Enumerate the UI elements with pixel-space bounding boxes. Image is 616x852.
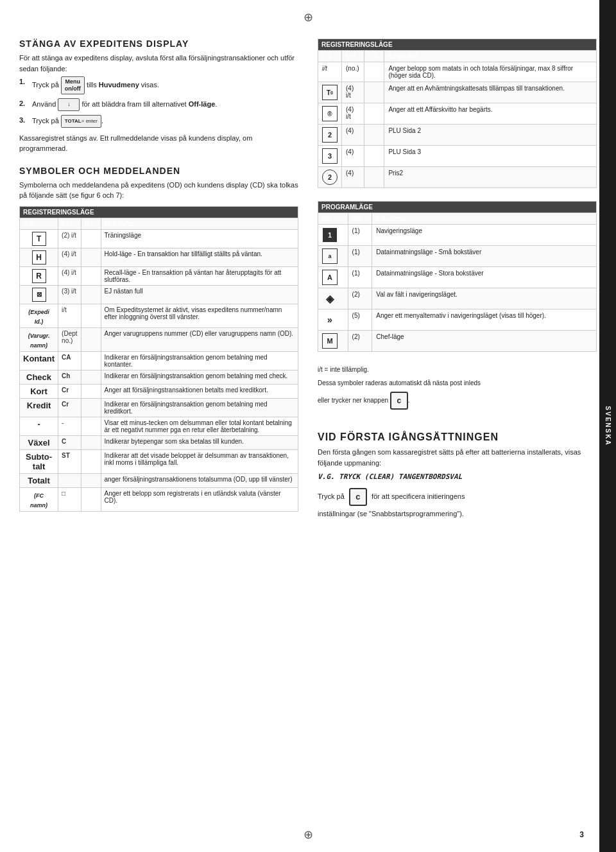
- bety-R: Recall-läge - En transaktion på väntan h…: [101, 266, 298, 285]
- r-cd-rreceipt: [364, 103, 384, 125]
- table-row: i/t (no.) Anger belopp som matats in och…: [318, 62, 597, 82]
- od-check: Check: [20, 370, 58, 384]
- note-3: eller trycker ner knappen c.: [318, 392, 597, 410]
- left-table-header-cell: REGISTRERINGSLÄGE: [20, 206, 298, 218]
- svenska-sidebar: SVENSKA: [599, 0, 616, 852]
- cd-kredit: [81, 398, 101, 417]
- r-col-bety: Betydelse: [384, 51, 597, 62]
- step-3-content: Tryck på TOTAL= enter.: [32, 115, 298, 128]
- col-ref: Ref.: [58, 218, 81, 229]
- step-1-content: Tryck på Menuon/off tills Huvudmeny visa…: [32, 76, 298, 94]
- step-3: 3. Tryck på TOTAL= enter.: [19, 115, 298, 128]
- r-od-plu2: 2: [318, 125, 342, 146]
- p-col-ref: Ref.: [348, 213, 372, 225]
- r-col-od: O.D.: [318, 51, 342, 62]
- left-column: Stänga av expeditens display För att stä…: [19, 39, 298, 826]
- table-row: Kort Cr Anger att försäljningstransaktio…: [20, 384, 298, 398]
- down-arrow-key[interactable]: ↓: [58, 98, 80, 111]
- col-cd: C.D.: [81, 218, 101, 229]
- ref-expedi: i/t: [58, 304, 81, 327]
- table-row: T (2) i/t Träningsläge: [20, 229, 298, 248]
- ref-totalt: [58, 473, 81, 487]
- prog-table: PROGRAMLÄGE OD Ref. Betydelse 1 (1) Navi…: [318, 201, 597, 352]
- note-2: Dessa symboler raderas automatiskt då nä…: [318, 378, 597, 388]
- table-row: ◈ (2) Val av fält i navigeringsläget.: [318, 288, 597, 309]
- step-2-num: 2.: [19, 98, 28, 109]
- after-steps: Kassaregistret stängs av. Ett rullmeddel…: [19, 133, 298, 154]
- step-1: 1. Tryck på Menuon/off tills Huvudmeny v…: [19, 76, 298, 94]
- r-od-it: i/t: [318, 62, 342, 82]
- p-bety-val: Val av fält i navigeringsläget.: [372, 288, 597, 309]
- p-bety-data-large: Datainmatningsläge - Stora bokstäver: [372, 267, 597, 288]
- od-varugr: (Varugr.namn): [20, 327, 58, 351]
- bety-T: Träningsläge: [101, 229, 298, 248]
- table-row: » (5) Anger ett menyalternativ i naviger…: [318, 309, 597, 331]
- bety-EJ: EJ nästan full: [101, 285, 298, 304]
- p-od-nav: 1: [318, 225, 348, 246]
- ref-check: Ch: [58, 370, 81, 384]
- prog-table-col-headers: OD Ref. Betydelse: [318, 213, 597, 225]
- table-row: ® (4) i/t Anger att ett Affärskvitto har…: [318, 103, 597, 125]
- right-column: REGISTRERINGSLÄGE O.D. Ref. C.D. Betydel…: [318, 39, 597, 826]
- c-button-vid[interactable]: c: [349, 488, 367, 506]
- right-reg-table: REGISTRERINGSLÄGE O.D. Ref. C.D. Betydel…: [318, 39, 597, 188]
- od-kredit: Kredit: [20, 398, 58, 417]
- top-decoration: ⊕: [304, 10, 313, 24]
- r-cd-plu2: [364, 125, 384, 146]
- r-ref-it: (no.): [342, 62, 364, 82]
- cd-kort: [81, 384, 101, 398]
- od-minus: -: [20, 417, 58, 435]
- r-bety-t0: Anger att en Avhämtningskattesats tilläm…: [384, 82, 597, 103]
- bety-H: Hold-läge - En transaktion har tillfälli…: [101, 248, 298, 266]
- ref-vaxel: C: [58, 435, 81, 449]
- cd-totalt: [81, 473, 101, 487]
- prog-table-header-cell: PROGRAMLÄGE: [318, 202, 597, 213]
- od-kontant: Kontant: [20, 351, 58, 370]
- section-stanga-intro: För att stänga av expeditens display, av…: [19, 53, 298, 74]
- od-icon-R: R: [20, 266, 58, 285]
- table-row: 2 (4) PLU Sida 2: [318, 125, 597, 146]
- ref-fc: □: [58, 487, 81, 511]
- vid-final: inställningar (se "Snabbstartsprogrammer…: [318, 509, 597, 519]
- bety-kontant: Indikerar en försäljningstransaktion gen…: [101, 351, 298, 370]
- bety-fc: Anger ett belopp som registrerats i en u…: [101, 487, 298, 511]
- od-icon-T: T: [20, 229, 58, 248]
- left-reg-table: REGISTRERINGSLÄGE O.D. Ref. C.D. Betydel…: [19, 206, 298, 512]
- r-od-rreceipt: ®: [318, 103, 342, 125]
- cd-kontant: [81, 351, 101, 370]
- od-vaxel: Växel: [20, 435, 58, 449]
- table-row: R (4) i/t Recall-läge - En transaktion p…: [20, 266, 298, 285]
- r-bety-rreceipt: Anger att ett Affärskvitto har begärts.: [384, 103, 597, 125]
- right-table-header: REGISTRERINGSLÄGE: [318, 39, 597, 51]
- table-row: H (4) i/t Hold-läge - En transaktion har…: [20, 248, 298, 266]
- section-symboler: Symboler och meddelanden Symbolerna och …: [19, 166, 298, 512]
- bety-subtotalt: Indikerar att det visade beloppet är del…: [101, 449, 298, 473]
- table-row: 2 (4) Pris2: [318, 167, 597, 188]
- r-ref-plu2: (4): [342, 125, 364, 146]
- c-button-note[interactable]: c: [390, 392, 408, 410]
- table-row: T0 (4) i/t Anger att en Avhämtningskatte…: [318, 82, 597, 103]
- menu-key[interactable]: Menuon/off: [61, 76, 85, 94]
- r-ref-t0: (4) i/t: [342, 82, 364, 103]
- p-od-data-small: a: [318, 246, 348, 267]
- table-row: Subto-talt ST Indikerar att det visade b…: [20, 449, 298, 473]
- notes-section: i/t = inte tillämplig. Dessa symboler ra…: [318, 365, 597, 413]
- table-row: Kredit Cr Indikerar en försäljningstrans…: [20, 398, 298, 417]
- p-ref-val: (2): [348, 288, 372, 309]
- table-row: 1 (1) Navigeringsläge: [318, 225, 597, 246]
- ref-EJ: (3) i/t: [58, 285, 81, 304]
- p-od-val: ◈: [318, 288, 348, 309]
- vid-instruction: V.G. TRYCK (CLEAR) TANGENTBORDSVAL: [318, 472, 597, 483]
- r-bety-pris2: Pris2: [384, 167, 597, 188]
- section-stanga-title: Stänga av expeditens display: [19, 39, 298, 49]
- total-key[interactable]: TOTAL= enter: [61, 115, 101, 128]
- p-bety-meny: Anger ett menyalternativ i navigeringslä…: [372, 309, 597, 331]
- r-bety-it: Anger belopp som matats in och totala fö…: [384, 62, 597, 82]
- bety-minus: Visar ett minus-tecken om delsumman elle…: [101, 417, 298, 435]
- od-subtotalt: Subto-talt: [20, 449, 58, 473]
- bety-kort: Anger att försäljningstransaktionen beta…: [101, 384, 298, 398]
- table-row: Växel C Indikerar bytepengar som ska bet…: [20, 435, 298, 449]
- step-2-content: Använd ↓ för att bläddra fram till alter…: [32, 98, 298, 111]
- r-cd-plu3: [364, 146, 384, 167]
- table-row: - - Visar ett minus-tecken om delsumman …: [20, 417, 298, 435]
